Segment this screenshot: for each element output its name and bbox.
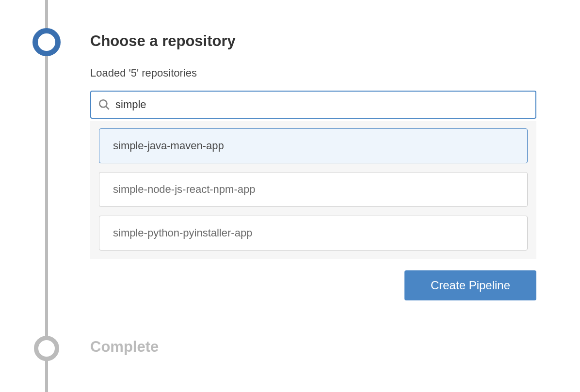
step-marker-choose-repository [32, 28, 61, 56]
timeline-line [45, 0, 48, 392]
step-title-choose-repository: Choose a repository [90, 32, 236, 50]
repository-item[interactable]: simple-node-js-react-npm-app [99, 172, 528, 207]
repository-name: simple-node-js-react-npm-app [113, 183, 255, 196]
repository-name: simple-java-maven-app [113, 140, 224, 152]
repository-item[interactable]: simple-python-pyinstaller-app [99, 216, 528, 251]
loaded-repositories-text: Loaded '5' repositories [90, 67, 197, 79]
create-pipeline-button[interactable]: Create Pipeline [404, 270, 536, 300]
repository-search-input[interactable] [115, 98, 529, 111]
repository-name: simple-python-pyinstaller-app [113, 227, 252, 239]
repository-item[interactable]: simple-java-maven-app [99, 128, 528, 163]
repository-list: simple-java-maven-app simple-node-js-rea… [90, 121, 536, 259]
create-pipeline-label: Create Pipeline [431, 279, 510, 292]
svg-point-0 [99, 100, 107, 107]
step-title-complete: Complete [90, 338, 159, 356]
search-icon [98, 98, 111, 111]
repository-search-container [90, 91, 536, 119]
step-marker-complete [34, 336, 59, 361]
svg-line-1 [106, 106, 109, 110]
